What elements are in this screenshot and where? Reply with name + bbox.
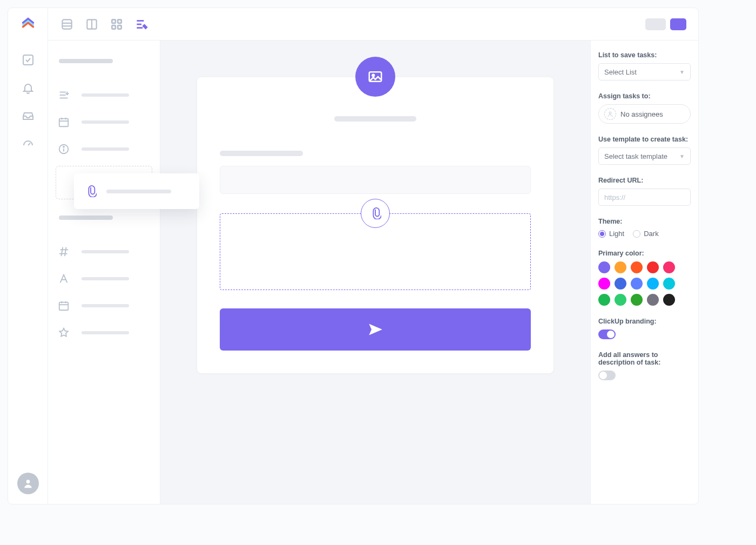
chevron-down-icon: ▼ [679,153,685,159]
svg-rect-9 [112,25,116,29]
submit-button[interactable] [220,308,531,351]
svg-line-26 [61,247,63,257]
inbox-icon[interactable] [22,110,35,123]
placeholder-line [82,93,129,97]
svg-rect-0 [23,55,33,65]
color-swatch[interactable] [615,261,626,273]
form-canvas [160,41,590,504]
field-item-tags[interactable] [56,238,152,265]
star-icon [58,327,70,339]
placeholder-line [82,120,129,124]
placeholder-line [82,304,129,307]
field-item-rating[interactable] [56,319,152,346]
field-label-placeholder[interactable] [220,151,303,156]
field-item-text[interactable] [56,265,152,292]
svg-point-34 [372,75,374,77]
calendar-icon [58,300,70,312]
answers-label: Add all answers to description of task: [598,351,691,366]
assign-value: No assignees [620,110,663,118]
branding-toggle[interactable] [598,329,616,339]
dashboard-icon[interactable] [22,138,35,151]
text-icon [58,273,70,285]
svg-rect-7 [112,19,116,23]
form-cover-badge[interactable] [355,57,395,97]
color-swatch[interactable] [647,261,659,273]
theme-light-radio[interactable]: Light [598,230,624,238]
color-swatch[interactable] [631,261,643,273]
fields-sidebar [48,41,160,504]
dragged-field-card[interactable] [74,173,199,209]
clickup-logo[interactable] [20,16,36,32]
notifications-icon[interactable] [22,82,35,95]
svg-rect-10 [118,25,122,29]
sidebar-heading [59,59,113,63]
field-item-info[interactable] [56,136,152,163]
color-swatch[interactable] [631,294,643,306]
svg-point-23 [63,146,64,147]
color-swatch[interactable] [615,294,626,306]
svg-line-27 [65,247,66,257]
svg-point-35 [609,112,611,114]
calendar-icon [58,116,70,128]
form-title-placeholder[interactable] [334,116,416,122]
color-swatch[interactable] [663,294,675,306]
form-view-icon[interactable] [134,17,148,31]
theme-dark-radio[interactable]: Dark [633,230,658,238]
color-swatch[interactable] [598,261,610,273]
user-avatar[interactable] [17,473,39,494]
svg-point-1 [26,480,30,483]
svg-rect-17 [59,119,69,127]
answers-toggle[interactable] [598,371,616,380]
placeholder-line [82,147,129,151]
list-label: List to save tasks: [598,51,691,59]
attachment-badge [361,199,390,228]
hash-icon [58,246,70,258]
color-swatch[interactable] [647,278,659,290]
attachment-dropzone[interactable] [220,213,531,290]
field-item-import[interactable] [56,82,152,109]
topbar [48,8,698,41]
placeholder-line [82,250,129,253]
form-preview-card [197,77,554,373]
placeholder-line [82,331,129,334]
template-label: Use template to create task: [598,136,691,143]
add-assignee-icon [604,108,616,120]
field-item-date2[interactable] [56,292,152,319]
color-grid [598,261,691,306]
list-value: Select List [604,68,637,76]
grid-view-icon[interactable] [110,17,124,31]
board-view-icon[interactable] [85,17,99,31]
redirect-input[interactable] [598,189,691,206]
topbar-primary-button[interactable] [670,18,686,30]
body: List to save tasks: Select List ▼ Assign… [48,41,698,504]
assignee-select[interactable]: No assignees [598,104,691,124]
field-item-date[interactable] [56,109,152,136]
list-view-icon[interactable] [60,17,74,31]
template-select[interactable]: Select task template ▼ [598,147,691,165]
theme-label: Theme: [598,218,691,225]
svg-rect-29 [59,302,69,311]
color-swatch[interactable] [663,261,675,273]
theme-light-text: Light [609,230,624,238]
branding-label: ClickUp branding: [598,318,691,325]
color-swatch[interactable] [647,294,659,306]
left-rail [8,8,48,504]
color-swatch[interactable] [615,278,626,290]
main-wrap: List to save tasks: Select List ▼ Assign… [48,8,698,504]
template-value: Select task template [604,152,667,160]
list-select[interactable]: Select List ▼ [598,63,691,80]
placeholder-line [106,190,171,193]
color-swatch[interactable] [663,278,675,290]
color-swatch[interactable] [598,278,610,290]
topbar-button-1[interactable] [645,18,666,30]
sidebar-heading-2 [59,216,113,220]
tasks-icon[interactable] [22,53,35,66]
color-swatch[interactable] [598,294,610,306]
primary-color-label: Primary color: [598,250,691,257]
theme-dark-text: Dark [644,230,658,238]
svg-rect-2 [62,19,71,29]
radio-dot-icon [598,230,606,238]
text-field-placeholder[interactable] [220,166,531,194]
assign-label: Assign tasks to: [598,92,691,100]
color-swatch[interactable] [631,278,643,290]
